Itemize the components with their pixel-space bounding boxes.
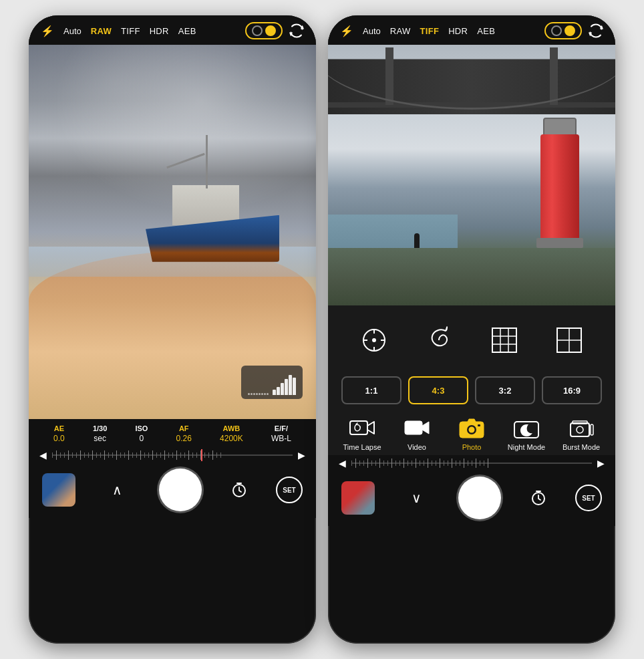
slider-left-arrow[interactable]: ◀ xyxy=(39,450,47,460)
slider-marker xyxy=(201,449,202,461)
top-bar-left-section: ⚡ Auto RAW TIFF HDR AEB xyxy=(41,25,196,37)
format-tiff-btn-right[interactable]: TIFF xyxy=(420,26,440,36)
photo-label: Photo xyxy=(462,443,482,451)
phone-left: ⚡ Auto RAW TIFF HDR AEB xyxy=(29,15,316,644)
chevron-down-btn[interactable]: ∨ xyxy=(404,490,430,506)
bottom-controls-left: ∧ SET xyxy=(29,463,316,518)
night-mode-label: Night Mode xyxy=(508,443,545,451)
shutter-value: sec xyxy=(94,434,106,443)
af-label: AF xyxy=(179,424,189,432)
thumbnail-right[interactable] xyxy=(341,481,375,515)
rotate-camera-icon[interactable] xyxy=(289,23,304,38)
top-bar-right-left-section: ⚡ Auto RAW TIFF HDR AEB xyxy=(340,25,495,37)
slider-left-arrow-right[interactable]: ◀ xyxy=(339,458,346,469)
ratio-3x2-btn[interactable]: 3:2 xyxy=(475,376,535,404)
ship-body xyxy=(146,182,279,262)
shutter-button-right[interactable] xyxy=(458,477,501,519)
grid-3x3-option[interactable] xyxy=(475,316,534,364)
timer-icon-left[interactable] xyxy=(230,481,248,499)
awb-setting[interactable]: AWB 4200K xyxy=(220,424,243,443)
shutter-setting[interactable]: 1/30 sec xyxy=(93,424,107,443)
set-label-right: SET xyxy=(582,495,595,502)
burst-mode-icon xyxy=(565,415,597,440)
slider-bar-right: ◀ xyxy=(328,455,615,471)
mode-row: Time Lapse Video xyxy=(328,410,615,455)
format-hdr-btn[interactable]: HDR xyxy=(150,26,169,36)
ratio-1x1-btn[interactable]: 1:1 xyxy=(341,376,401,404)
ratio-16x9-btn[interactable]: 16:9 xyxy=(542,376,602,404)
af-setting[interactable]: AF 0.26 xyxy=(176,424,192,443)
format-raw-btn[interactable]: RAW xyxy=(91,26,112,36)
shutter-button-left[interactable] xyxy=(159,469,202,511)
format-hdr-btn-right[interactable]: HDR xyxy=(448,26,468,36)
photo-icon xyxy=(456,415,488,440)
svg-rect-16 xyxy=(405,421,422,434)
grid-crosshair-option[interactable] xyxy=(540,316,599,364)
hist-bars xyxy=(273,375,296,395)
hist-dots xyxy=(248,393,269,395)
thumbnail-left[interactable] xyxy=(42,473,75,507)
slider-right-arrow[interactable]: ▶ xyxy=(298,450,305,460)
flash-auto-label[interactable]: Auto xyxy=(63,26,82,36)
lens-dot-right-1 xyxy=(551,25,562,36)
ratio-4x3-btn[interactable]: 4:3 xyxy=(408,376,468,404)
mode-video[interactable]: Video xyxy=(390,415,444,451)
svg-rect-25 xyxy=(591,424,593,435)
night-mode-icon xyxy=(510,415,542,440)
burst-mode-label: Burst Mode xyxy=(562,443,600,451)
ef-setting[interactable]: E/F/ WB-L xyxy=(271,424,291,443)
format-raw-btn-right[interactable]: RAW xyxy=(390,26,411,36)
format-tiff-btn[interactable]: TIFF xyxy=(121,26,140,36)
timer-icon-right[interactable] xyxy=(530,489,547,507)
ae-label: AE xyxy=(54,424,64,432)
slider-right-arrow-right[interactable]: ▶ xyxy=(597,458,605,469)
mode-burst[interactable]: Burst Mode xyxy=(554,415,608,451)
focus-assist-option[interactable] xyxy=(345,316,404,364)
svg-rect-22 xyxy=(571,423,589,436)
set-button-left[interactable]: SET xyxy=(276,477,303,503)
svg-point-6 xyxy=(372,338,376,342)
shutter-label: 1/30 xyxy=(93,424,107,432)
flash-auto-label-right[interactable]: Auto xyxy=(363,26,381,36)
mode-night[interactable]: Night Mode xyxy=(500,415,553,451)
rocks-ground xyxy=(328,248,615,305)
ratio-row: 1:1 4:3 3:2 16:9 xyxy=(328,372,615,410)
video-label: Video xyxy=(408,443,426,451)
awb-label: AWB xyxy=(223,424,240,432)
iso-setting[interactable]: ISO 0 xyxy=(135,424,148,443)
rotate-camera-icon-right[interactable] xyxy=(589,23,603,38)
mode-timelapse[interactable]: Time Lapse xyxy=(335,415,389,451)
histogram-overlay xyxy=(241,366,303,399)
flash-icon[interactable]: ⚡ xyxy=(41,25,54,37)
mode-photo[interactable]: Photo xyxy=(445,415,498,451)
lighthouse-tower xyxy=(540,134,579,248)
format-aeb-btn-right[interactable]: AEB xyxy=(477,26,495,36)
slider-track[interactable] xyxy=(52,454,293,456)
slider-track-right[interactable] xyxy=(351,463,592,464)
shutter-inner-left xyxy=(162,471,199,509)
lens-switcher[interactable] xyxy=(245,22,283,39)
grid-options-row xyxy=(328,313,615,367)
spiral-option[interactable] xyxy=(410,316,468,364)
scene-ship xyxy=(29,45,316,419)
video-icon xyxy=(401,415,433,440)
ae-setting[interactable]: AE 0.0 xyxy=(53,424,65,443)
scene-lighthouse xyxy=(328,45,615,305)
ship-superstructure xyxy=(172,185,239,225)
svg-rect-15 xyxy=(350,421,367,434)
timelapse-icon xyxy=(346,415,378,440)
viewfinder-left[interactable] xyxy=(29,45,316,419)
phone-right: ⚡ Auto RAW TIFF HDR AEB xyxy=(328,15,615,644)
top-bar-right-section xyxy=(245,22,304,39)
lens-switcher-right[interactable] xyxy=(544,22,582,39)
lens-dot-2 xyxy=(265,25,276,36)
chevron-up-btn[interactable]: ∧ xyxy=(104,482,131,498)
flash-icon-right[interactable]: ⚡ xyxy=(340,25,353,37)
format-aeb-btn[interactable]: AEB xyxy=(178,26,196,36)
viewfinder-right[interactable] xyxy=(328,45,615,305)
ae-value: 0.0 xyxy=(53,434,65,443)
slider-bar-left: ◀ xyxy=(29,447,316,463)
iso-label: ISO xyxy=(135,424,148,432)
set-button-right[interactable]: SET xyxy=(575,485,602,511)
top-bar-left-phone: ⚡ Auto RAW TIFF HDR AEB xyxy=(29,15,316,45)
